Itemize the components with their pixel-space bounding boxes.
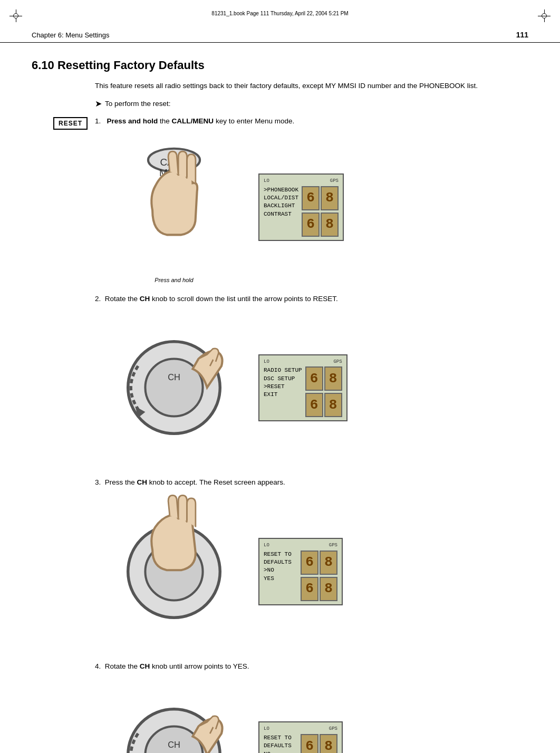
- step-3-key: CH: [137, 478, 148, 486]
- digit3-top-8: 8: [320, 551, 337, 575]
- crosshair-top-left: [9, 9, 22, 22]
- step-1-lcd: LO GPS >PHONEBOOK LOCAL/DIST BACKLIGHT C…: [258, 173, 344, 241]
- rotate-hand-icon-2: CH: [95, 676, 253, 753]
- lcd2-line-3: >RESET: [264, 383, 302, 391]
- digit-bot-8: 8: [321, 213, 339, 237]
- step-1-lcd-content: >PHONEBOOK LOCAL/DIST BACKLIGHT CONTRAST…: [264, 186, 339, 237]
- step-3-lcd-text: RESET TO DEFAULTS >NO YES: [264, 551, 297, 601]
- digit4-top-8: 8: [320, 734, 337, 753]
- step-1-illustration: CALL/ MENU Press and hold: [95, 131, 528, 284]
- step-2-right: 2. Rotate the CH knob to scroll down the…: [95, 294, 528, 467]
- step-2-number: 2. Rotate the: [95, 295, 140, 303]
- step-4-number: 4. Rotate the: [95, 662, 140, 670]
- press-hold-label: Press and hold: [155, 277, 193, 283]
- digit3-top-6: 6: [301, 551, 318, 575]
- step-1-action: Press and hold: [107, 117, 158, 125]
- step-4-left: [32, 661, 95, 662]
- step-4: 4. Rotate the CH knob until arrow points…: [32, 661, 528, 753]
- digit3-bot-8: 8: [320, 577, 337, 601]
- digit2-top-8: 8: [324, 366, 342, 391]
- step-2-lcd-labels: LO GPS: [264, 359, 342, 365]
- intro-paragraph: This feature resets all radio settings b…: [95, 81, 528, 91]
- step-1-lcd-text: >PHONEBOOK LOCAL/DIST BACKLIGHT CONTRAST: [264, 186, 298, 237]
- svg-text:CH: CH: [168, 740, 180, 749]
- step-3-lcd-content: RESET TO DEFAULTS >NO YES 6 8 6: [264, 551, 337, 601]
- gps-label-2: GPS: [333, 359, 342, 365]
- step-2-lcd: LO GPS RADIO SETUP DSC SETUP >RESET EXIT: [258, 354, 347, 422]
- step-2-lcd-content: RADIO SETUP DSC SETUP >RESET EXIT 6 8 6: [264, 366, 342, 417]
- step-1: RESET 1. Press and hold the CALL/MENU ke…: [32, 116, 528, 283]
- gps-label-3: GPS: [329, 542, 337, 549]
- step-1-text: 1. Press and hold the CALL/MENU key to e…: [95, 116, 528, 127]
- step-2-rest: knob to scroll down the list until the a…: [152, 295, 338, 303]
- press-hold-hand-icon: CALL/ MENU: [95, 131, 253, 275]
- step-4-lcd-content: RESET TO DEFAULTS NO >YES 6 8 6: [264, 734, 337, 753]
- step-3-illustration: CH LO GPS RES: [95, 493, 528, 651]
- step-4-right: 4. Rotate the CH knob until arrow points…: [95, 661, 528, 753]
- lcd3-line-4: YES: [264, 575, 297, 583]
- step-3-left: [32, 477, 95, 478]
- chapter-label: Chapter 6: Menu Settings: [32, 31, 109, 39]
- lcd3-line-2: DEFAULTS: [264, 558, 297, 566]
- lcd-line-2: LOCAL/DIST: [264, 194, 298, 202]
- digit2-top-6: 6: [305, 366, 323, 391]
- digit-top-8: 8: [321, 186, 339, 210]
- step-1-right: 1. Press and hold the CALL/MENU key to e…: [95, 116, 528, 283]
- digit4-top-6: 6: [301, 734, 318, 753]
- lcd2-line-1: RADIO SETUP: [264, 366, 302, 374]
- step-2-lcd-digits: 6 8 6 8: [305, 366, 342, 417]
- step-3-lcd-digits: 6 8 6 8: [301, 551, 337, 601]
- lo-label-2: LO: [264, 359, 269, 365]
- arrow-icon: ➤: [95, 99, 102, 109]
- step-1-lcd-labels: LO GPS: [264, 178, 339, 185]
- main-content: 6.10 Resetting Factory Defaults This fea…: [0, 43, 560, 753]
- digit2-bot-8: 8: [324, 393, 342, 417]
- page-header: Chapter 6: Menu Settings 111: [0, 26, 560, 43]
- step-1-left: RESET: [32, 116, 95, 130]
- step-3-hand-container: CH: [95, 493, 253, 651]
- step-2-left: [32, 294, 95, 295]
- step-1-key: CALL/MENU: [172, 117, 214, 125]
- step-2-illustration: CH LO GPS: [95, 308, 528, 467]
- step-4-lcd-digits: 6 8 6 8: [301, 734, 337, 753]
- step-4-text: 4. Rotate the CH knob until arrow points…: [95, 661, 528, 672]
- lcd3-line-1: RESET TO: [264, 551, 297, 558]
- lcd4-line-3: NO: [264, 750, 297, 753]
- lcd4-line-1: RESET TO: [264, 734, 297, 742]
- step-3-rest: knob to accept. The Reset screen appears…: [149, 478, 285, 486]
- step-4-illustration: CH LO GPS RES: [95, 676, 528, 753]
- step-1-the: the: [160, 117, 172, 125]
- digit3-bot-6: 6: [301, 577, 318, 601]
- lcd-line-1: >PHONEBOOK: [264, 186, 298, 194]
- step-3-number: 3. Press the: [95, 478, 137, 486]
- step-3-lcd-labels: LO GPS: [264, 542, 337, 549]
- section-title: 6.10 Resetting Factory Defaults: [32, 59, 528, 72]
- lcd2-line-4: EXIT: [264, 391, 302, 399]
- digit-bot-6: 6: [302, 213, 320, 237]
- step-4-lcd-text: RESET TO DEFAULTS NO >YES: [264, 734, 297, 753]
- page-number: 111: [516, 31, 528, 39]
- step-3-lcd: LO GPS RESET TO DEFAULTS >NO YES 6: [258, 538, 343, 605]
- gps-label-1: GPS: [330, 178, 339, 185]
- step-2-text: 2. Rotate the CH knob to scroll down the…: [95, 294, 528, 304]
- press-hand-icon-1: CH: [95, 493, 253, 651]
- gps-label-4: GPS: [329, 726, 337, 732]
- lcd4-line-2: DEFAULTS: [264, 742, 297, 750]
- step-3-text: 3. Press the CH knob to accept. The Rese…: [95, 477, 528, 488]
- step-4-key: CH: [140, 662, 150, 670]
- crosshair-top-right: [538, 9, 551, 22]
- step-1-lcd-digits: 6 8 6 8: [302, 186, 339, 237]
- step-4-hand-container: CH: [95, 676, 253, 753]
- step-4-lcd: LO GPS RESET TO DEFAULTS NO >YES 6: [258, 721, 343, 753]
- lo-label-4: LO: [264, 726, 269, 732]
- step-2-lcd-text: RADIO SETUP DSC SETUP >RESET EXIT: [264, 366, 302, 417]
- step-1-hand-container: CALL/ MENU Press and hold: [95, 131, 253, 284]
- step-2-hand-container: CH: [95, 308, 253, 467]
- step-4-rest: knob until arrow points to YES.: [152, 662, 249, 670]
- digit2-bot-6: 6: [305, 393, 323, 417]
- step-4-lcd-labels: LO GPS: [264, 726, 337, 732]
- lcd3-line-3: >NO: [264, 566, 297, 574]
- rotate-hand-icon-1: CH: [95, 308, 253, 467]
- reset-badge: RESET: [53, 117, 88, 130]
- file-meta: 81231_1.book Page 111 Thursday, April 22…: [211, 11, 348, 16]
